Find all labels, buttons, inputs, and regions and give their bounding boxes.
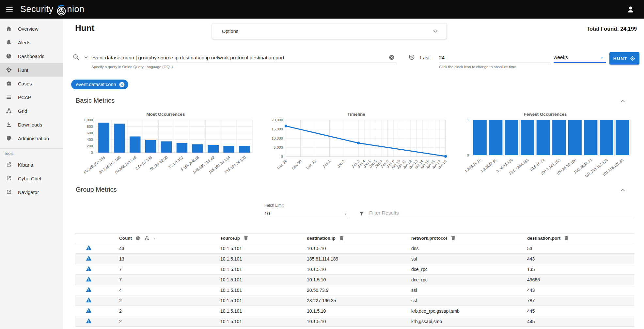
- user-icon[interactable]: [626, 5, 635, 14]
- svg-text:Dec 29: Dec 29: [276, 159, 288, 170]
- filter-chip[interactable]: event.dataset:conn: [71, 80, 128, 89]
- last-label: Last: [420, 55, 430, 61]
- warning-triangle-icon[interactable]: [86, 286, 92, 293]
- chip-close-icon[interactable]: [119, 82, 125, 88]
- table-cell: 7: [119, 264, 220, 275]
- app-logo[interactable]: Security nion: [20, 4, 85, 15]
- table-row[interactable]: 4310.1.5.10110.1.5.10dns53: [75, 243, 634, 254]
- trash-icon[interactable]: [450, 235, 456, 241]
- onion-logo-icon: [56, 4, 67, 16]
- svg-text:0: 0: [467, 153, 469, 157]
- svg-text:1: 1: [467, 118, 469, 122]
- row-warning-cell: [75, 295, 119, 306]
- query-history-chevron-icon[interactable]: [83, 55, 89, 60]
- hunt-button[interactable]: HUNT: [609, 52, 639, 65]
- sidebar-item-dashboards[interactable]: Dashboards: [0, 49, 63, 63]
- warning-triangle-icon[interactable]: [86, 265, 92, 272]
- sidebar-tool-cyberchef[interactable]: CyberChef: [0, 172, 63, 185]
- options-panel-toggle[interactable]: Options: [212, 23, 447, 39]
- sidebar-tool-label: CyberChef: [18, 176, 41, 181]
- table-row[interactable]: 1310.1.5.101185.81.114.189ssl443: [75, 254, 634, 264]
- svg-text:800: 800: [87, 125, 93, 128]
- table-cell: 135: [527, 264, 634, 275]
- sidebar-item-label: Overview: [18, 26, 39, 32]
- sidebar-tool-label: Navigator: [18, 189, 39, 195]
- filter-funnel-icon: [358, 210, 365, 217]
- sidebar-item-label: Dashboards: [18, 53, 44, 59]
- sidebar-item-cases[interactable]: Cases: [0, 77, 63, 90]
- table-row[interactable]: 210.1.5.10110.1.5.10krb,gssapi,smb445: [75, 316, 634, 327]
- table-cell: dce_rpc: [411, 275, 527, 285]
- warning-triangle-icon[interactable]: [86, 307, 92, 314]
- chevron-down-icon[interactable]: [432, 28, 439, 35]
- warning-triangle-icon[interactable]: [86, 245, 92, 251]
- column-header-destination-port[interactable]: destination.port: [527, 233, 634, 243]
- options-label: Options: [222, 29, 238, 34]
- sidebar-item-hunt[interactable]: Hunt: [0, 63, 63, 77]
- history-clock-icon[interactable]: [408, 54, 415, 61]
- sidebar-divider: [0, 148, 63, 149]
- pie-chart-toggle-icon[interactable]: [135, 235, 141, 241]
- table-row[interactable]: 410.1.5.10120.50.73.9ssl443: [75, 285, 634, 295]
- group-by-icon[interactable]: [144, 235, 149, 241]
- table-row[interactable]: 710.1.5.10110.1.5.10dce_rpc135: [75, 264, 634, 275]
- chart-fewest-occurrences: Fewest Occurrences 011.203.16.181.226.62…: [456, 112, 634, 187]
- fetch-limit-value: 10: [264, 211, 270, 217]
- menu-icon[interactable]: [5, 5, 14, 14]
- warning-triangle-icon[interactable]: [86, 276, 92, 282]
- fetch-limit-select[interactable]: 10: [264, 209, 349, 218]
- sidebar-item-grid[interactable]: Grid: [0, 104, 63, 118]
- table-cell: 10.1.5.101: [220, 254, 307, 264]
- trash-icon[interactable]: [564, 235, 569, 241]
- table-cell: dce_rpc: [411, 264, 527, 275]
- sidebar-item-overview[interactable]: Overview: [0, 22, 63, 36]
- sidebar-nav: OverviewAlertsDashboardsHuntCasesPCAPGri…: [0, 22, 63, 145]
- sidebar-item-pcap[interactable]: PCAP: [0, 90, 63, 104]
- table-cell: ssl: [411, 295, 527, 306]
- table-cell: 10.1.5.10: [307, 306, 411, 316]
- clear-query-icon[interactable]: [389, 54, 395, 60]
- table-cell: 2: [119, 306, 220, 316]
- trash-icon[interactable]: [243, 235, 249, 241]
- sidebar-item-administration[interactable]: Administration: [0, 131, 63, 145]
- external-link-icon: [6, 175, 12, 182]
- warning-triangle-icon[interactable]: [86, 255, 92, 262]
- sidebar-item-label: Hunt: [18, 67, 28, 73]
- warning-triangle-icon[interactable]: [86, 297, 92, 303]
- chart-title: Timeline: [262, 112, 450, 117]
- count-header-label: Count: [119, 236, 132, 241]
- row-warning-cell: [75, 285, 119, 295]
- filter-results-input[interactable]: [369, 208, 634, 218]
- sidebar-item-downloads[interactable]: Downloads: [0, 118, 63, 131]
- sidebar-item-alerts[interactable]: Alerts: [0, 36, 63, 49]
- sidebar-tool-kibana[interactable]: Kibana: [0, 158, 63, 172]
- group-metrics-collapse-icon[interactable]: [620, 187, 626, 193]
- table-cell: 10.1.5.10: [307, 275, 411, 285]
- filter-chip-label: event.dataset:conn: [76, 82, 116, 87]
- caret-down-icon[interactable]: [153, 236, 157, 240]
- column-header-source-ip[interactable]: source.ip: [220, 233, 307, 243]
- table-row[interactable]: 210.1.5.10110.1.5.10krb,dce_rpc,gssapi,s…: [75, 306, 634, 316]
- time-unit-select[interactable]: weeks: [554, 52, 606, 63]
- basic-metrics-collapse-icon[interactable]: [620, 98, 626, 104]
- duration-input[interactable]: [439, 52, 550, 63]
- query-input[interactable]: [91, 52, 397, 63]
- trash-icon[interactable]: [339, 235, 344, 241]
- chart-most-occurrences: Most Occurrences 02004006008001,00089.24…: [75, 112, 256, 187]
- total-found-value: 24,199: [620, 26, 637, 32]
- home-icon: [6, 25, 12, 32]
- shield-icon: [6, 135, 12, 142]
- warning-triangle-icon[interactable]: [86, 318, 92, 324]
- sidebar-tool-navigator[interactable]: Navigator: [0, 185, 63, 199]
- table-row[interactable]: 710.1.5.10110.1.5.10dce_rpc49666: [75, 275, 634, 285]
- table-cell: 7: [119, 275, 220, 285]
- table-cell: 10.1.5.101: [220, 243, 307, 254]
- table-cell: 10.1.5.10: [307, 243, 411, 254]
- table-row[interactable]: 210.1.5.10123.227.196.35ssl787: [75, 295, 634, 306]
- column-header-destination-ip[interactable]: destination.ip: [307, 233, 411, 243]
- table-cell: 49666: [527, 275, 634, 285]
- column-header-network-protocol[interactable]: network.protocol: [411, 233, 527, 243]
- column-header-count[interactable]: Count: [119, 233, 220, 243]
- bell-icon: [6, 39, 12, 46]
- time-hint: Click the clock icon to change to absolu…: [439, 65, 516, 69]
